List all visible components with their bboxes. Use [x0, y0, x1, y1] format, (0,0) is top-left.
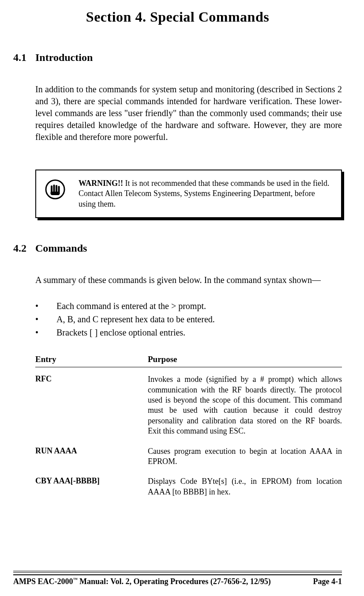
list-item: • Brackets [ ] enclose optional entries. — [35, 326, 342, 339]
list-item: • Each command is entered at the > promp… — [35, 299, 342, 313]
cell-purpose: Causes program execution to begin at loc… — [148, 446, 342, 467]
svg-rect-1 — [51, 185, 53, 192]
trademark-icon: ™ — [73, 577, 78, 582]
subsection-heading: Introduction — [35, 52, 93, 64]
bullet-text: Brackets [ ] enclose optional entries. — [56, 326, 185, 339]
table-row: RFC Invokes a mode (signified by a # pro… — [35, 374, 342, 436]
cell-entry: RFC — [35, 374, 148, 436]
bullet-list: • Each command is entered at the > promp… — [35, 299, 342, 339]
footer-product: AMPS EAC-2000 — [13, 577, 73, 586]
subsection-4-1-header: 4.1 Introduction — [13, 52, 342, 64]
commands-intro: A summary of these commands is given bel… — [35, 274, 342, 286]
subsection-number: 4.1 — [13, 52, 35, 64]
footer-rule — [13, 571, 342, 573]
svg-point-0 — [46, 180, 64, 199]
bullet-icon: • — [35, 313, 56, 326]
header-purpose: Purpose — [148, 355, 342, 364]
cell-purpose: Displays Code BYte[s] (i.e., in EPROM) f… — [148, 476, 342, 497]
subsection-number: 4.2 — [13, 242, 35, 254]
warning-label: WARNING!! — [79, 179, 123, 188]
footer-page-number: Page 4-1 — [313, 577, 342, 586]
cell-purpose: Invokes a mode (signified by a # prompt)… — [148, 374, 342, 436]
table-row: RUN AAAA Causes program execution to beg… — [35, 446, 342, 467]
svg-rect-3 — [56, 185, 57, 192]
bullet-icon: • — [35, 326, 56, 339]
list-item: • A, B, and C represent hex data to be e… — [35, 313, 342, 326]
warning-box: WARNING!! It is not recommended that the… — [35, 170, 342, 218]
svg-rect-4 — [58, 186, 60, 192]
subsection-4-2-header: 4.2 Commands — [13, 242, 342, 254]
table-header-row: Entry Purpose — [35, 355, 342, 367]
bullet-icon: • — [35, 299, 56, 313]
page-footer: AMPS EAC-2000™ Manual: Vol. 2, Operating… — [13, 571, 342, 586]
svg-rect-2 — [53, 185, 55, 192]
command-table: Entry Purpose RFC Invokes a mode (signif… — [35, 355, 342, 497]
footer-left: AMPS EAC-2000™ Manual: Vol. 2, Operating… — [13, 577, 271, 586]
header-entry: Entry — [35, 355, 148, 364]
bullet-text: Each command is entered at the > prompt. — [56, 299, 206, 313]
table-row: CBY AAA[-BBBB] Displays Code BYte[s] (i.… — [35, 476, 342, 497]
warning-text: WARNING!! It is not recommended that the… — [79, 178, 332, 209]
warning-hand-icon — [45, 179, 65, 201]
intro-paragraph: In addition to the commands for system s… — [35, 83, 342, 143]
bullet-text: A, B, and C represent hex data to be ent… — [56, 313, 215, 326]
footer-manual: Manual: Vol. 2, Operating Procedures (27… — [78, 577, 271, 586]
section-title: Section 4. Special Commands — [13, 9, 342, 25]
subsection-heading: Commands — [35, 242, 87, 254]
cell-entry: RUN AAAA — [35, 446, 148, 467]
cell-entry: CBY AAA[-BBBB] — [35, 476, 148, 497]
